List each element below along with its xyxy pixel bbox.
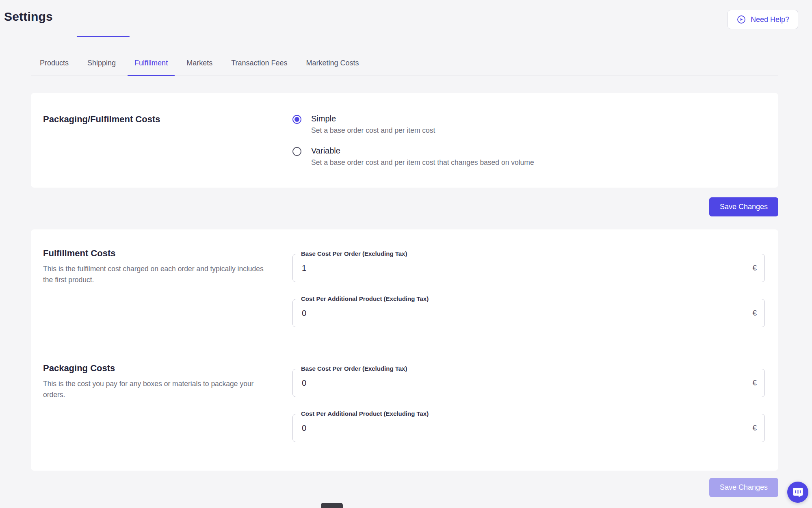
save-changes-bottom-button[interactable]: Save Changes [709, 478, 778, 497]
radio-variable-texts: Variable Set a base order cost and per i… [311, 146, 534, 167]
radio-selected-icon[interactable] [292, 115, 301, 124]
tab-marketing-costs[interactable]: Marketing Costs [306, 53, 359, 76]
save-row-top: Save Changes [31, 197, 778, 216]
radio-simple-texts: Simple Set a base order cost and per ite… [311, 114, 435, 135]
play-circle-icon [736, 15, 746, 24]
packaging-base-cost-field: Base Cost Per Order (Excluding Tax) € [292, 369, 765, 397]
tab-fulfillment[interactable]: Fulfillment [134, 53, 168, 76]
fulfillment-costs-title: Fulfillment Costs [43, 248, 272, 259]
packaging-fulfilment-card: Packaging/Fulfilment Costs Simple Set a … [31, 93, 778, 188]
fulfillment-costs-section: Fulfillment Costs This is the fulfilment… [43, 248, 765, 327]
radio-option-simple[interactable]: Simple Set a base order cost and per ite… [292, 114, 534, 135]
radio-simple-label: Simple [311, 114, 435, 123]
save-row-bottom: Save Changes [31, 478, 778, 497]
costs-card: Fulfillment Costs This is the fulfilment… [31, 229, 778, 471]
radio-unselected-icon[interactable] [292, 147, 301, 156]
need-help-button[interactable]: Need Help? [728, 10, 798, 29]
fulfillment-base-cost-input[interactable] [293, 254, 764, 282]
packaging-costs-fields: Base Cost Per Order (Excluding Tax) € Co… [292, 363, 765, 442]
euro-suffix: € [752, 264, 757, 272]
packaging-costs-title: Packaging Costs [43, 363, 272, 374]
page-title: Settings [4, 10, 53, 24]
fulfillment-costs-fields: Base Cost Per Order (Excluding Tax) € Co… [292, 248, 765, 327]
tab-products[interactable]: Products [40, 53, 69, 76]
chat-launcher-button[interactable] [787, 482, 808, 503]
fulfillment-costs-info: Fulfillment Costs This is the fulfilment… [43, 248, 292, 327]
radio-variable-label: Variable [311, 146, 534, 156]
fulfillment-additional-cost-input[interactable] [293, 299, 764, 327]
euro-suffix: € [752, 309, 757, 318]
packaging-costs-section: Packaging Costs This is the cost you pay… [43, 363, 765, 442]
packaging-additional-cost-input[interactable] [293, 414, 764, 442]
save-changes-top-button[interactable]: Save Changes [709, 197, 778, 216]
packaging-fulfilment-title: Packaging/Fulfilment Costs [43, 114, 292, 167]
packaging-costs-info: Packaging Costs This is the cost you pay… [43, 363, 292, 442]
tab-shipping[interactable]: Shipping [87, 53, 116, 76]
settings-page: Settings Need Help? Products Shipping Fu… [0, 0, 812, 508]
need-help-label: Need Help? [751, 15, 789, 24]
page-header: Settings Need Help? [0, 0, 812, 29]
chat-bubble-icon [793, 487, 803, 498]
tab-transaction-fees[interactable]: Transaction Fees [231, 53, 287, 76]
packaging-base-cost-input[interactable] [293, 369, 764, 397]
euro-suffix: € [752, 424, 757, 432]
radio-variable-description: Set a base order cost and per item cost … [311, 158, 534, 167]
fulfillment-base-cost-field: Base Cost Per Order (Excluding Tax) € [292, 254, 765, 282]
fulfillment-additional-cost-field: Cost Per Additional Product (Excluding T… [292, 299, 765, 327]
stray-tab-indicator [77, 36, 130, 37]
tab-markets[interactable]: Markets [186, 53, 212, 76]
radio-option-variable[interactable]: Variable Set a base order cost and per i… [292, 146, 534, 167]
packaging-additional-cost-field: Cost Per Additional Product (Excluding T… [292, 414, 765, 442]
fulfillment-costs-description: This is the fulfilment cost charged on e… [43, 264, 272, 285]
packaging-costs-description: This is the cost you pay for any boxes o… [43, 378, 272, 400]
radio-simple-description: Set a base order cost and per item cost [311, 126, 435, 135]
settings-tabs: Products Shipping Fulfillment Markets Tr… [31, 53, 778, 76]
bottom-peek-element [321, 503, 343, 508]
cost-mode-radio-group: Simple Set a base order cost and per ite… [292, 114, 534, 167]
euro-suffix: € [752, 378, 757, 387]
